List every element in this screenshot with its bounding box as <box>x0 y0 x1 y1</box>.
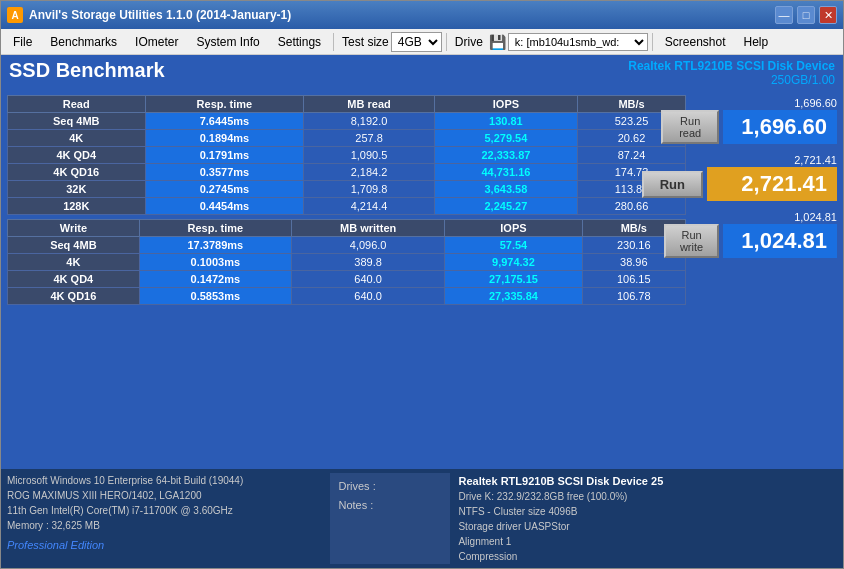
bench-table-container: Read Resp. time MB read IOPS MB/s Seq 4M… <box>7 95 686 465</box>
row-label: Seq 4MB <box>8 237 140 254</box>
minimize-button[interactable]: — <box>775 6 793 24</box>
read-score-small: 1,696.60 <box>794 97 837 109</box>
iops-val: 27,335.84 <box>445 288 582 305</box>
mb-val: 640.0 <box>291 271 444 288</box>
iops-val: 9,974.32 <box>445 254 582 271</box>
table-row: Seq 4MB 7.6445ms 8,192.0 130.81 523.25 <box>8 113 686 130</box>
resp-val: 0.3577ms <box>145 164 304 181</box>
mb-val: 257.8 <box>304 130 434 147</box>
row-label: 4K QD16 <box>8 164 146 181</box>
resp-val: 0.1003ms <box>139 254 291 271</box>
app-icon: A <box>7 7 23 23</box>
menu-separator-2 <box>446 33 447 51</box>
menu-file[interactable]: File <box>5 33 40 51</box>
iops-val: 57.54 <box>445 237 582 254</box>
ssd-benchmark-title: SSD Benchmark <box>9 59 165 82</box>
title-controls: — □ ✕ <box>775 6 837 24</box>
row-label: 4K QD16 <box>8 288 140 305</box>
title-bar: A Anvil's Storage Utilities 1.1.0 (2014-… <box>1 1 843 29</box>
alignment-info: Alignment 1 <box>458 534 837 549</box>
memory-info: Memory : 32,625 MB <box>7 518 322 533</box>
window-title: Anvil's Storage Utilities 1.1.0 (2014-Ja… <box>29 8 291 22</box>
compression-info: Compression <box>458 549 837 564</box>
maximize-button[interactable]: □ <box>797 6 815 24</box>
table-row: 4K QD16 0.5853ms 640.0 27,335.84 106.78 <box>8 288 686 305</box>
table-row: 32K 0.2745ms 1,709.8 3,643.58 113.86 <box>8 181 686 198</box>
row-label: 4K QD4 <box>8 147 146 164</box>
bottom-right-info: Realtek RTL9210B SCSI Disk Device 25 Dri… <box>458 473 837 565</box>
mb-val: 2,184.2 <box>304 164 434 181</box>
menu-benchmarks[interactable]: Benchmarks <box>42 33 125 51</box>
menu-sysinfo[interactable]: System Info <box>188 33 267 51</box>
write-score-small: 1,024.81 <box>794 211 837 223</box>
mb-val: 389.8 <box>291 254 444 271</box>
board-info: ROG MAXIMUS XIII HERO/1402, LGA1200 <box>7 488 322 503</box>
mb-read-col-header: MB read <box>304 96 434 113</box>
drive-select[interactable]: k: [mb104u1smb_wd: <box>508 33 648 51</box>
run-write-button[interactable]: Run write <box>664 224 720 258</box>
write-table: Write Resp. time MB written IOPS MB/s Se… <box>7 219 686 305</box>
iops-read-col-header: IOPS <box>434 96 577 113</box>
resp-val: 17.3789ms <box>139 237 291 254</box>
resp-val: 0.5853ms <box>139 288 291 305</box>
device-name: Realtek RTL9210B SCSI Disk Device <box>628 59 835 73</box>
main-content: SSD Benchmark Realtek RTL9210B SCSI Disk… <box>1 55 843 568</box>
mbs-val: 87.24 <box>578 147 686 164</box>
resp-val: 7.6445ms <box>145 113 304 130</box>
bottom-bar: Microsoft Windows 10 Enterprise 64-bit B… <box>1 469 843 569</box>
iops-val: 27,175.15 <box>445 271 582 288</box>
table-row: 4K 0.1003ms 389.8 9,974.32 38.96 <box>8 254 686 271</box>
menu-bar: File Benchmarks IOmeter System Info Sett… <box>1 29 843 55</box>
bottom-left-info: Microsoft Windows 10 Enterprise 64-bit B… <box>7 473 322 565</box>
run-read-button[interactable]: Run read <box>661 110 719 144</box>
menu-help[interactable]: Help <box>736 33 777 51</box>
iops-val: 130.81 <box>434 113 577 130</box>
table-row: 4K QD4 0.1472ms 640.0 27,175.15 106.15 <box>8 271 686 288</box>
pro-edition-label: Professional Edition <box>7 537 322 554</box>
iops-val: 22,333.87 <box>434 147 577 164</box>
mbs-val: 106.78 <box>582 288 685 305</box>
menu-separator-1 <box>333 33 334 51</box>
mb-val: 8,192.0 <box>304 113 434 130</box>
os-info: Microsoft Windows 10 Enterprise 64-bit B… <box>7 473 322 488</box>
row-label: 32K <box>8 181 146 198</box>
right-panel: 1,696.60 Run read 1,696.60 2,721.41 Run … <box>692 95 837 465</box>
menu-screenshot[interactable]: Screenshot <box>657 33 734 51</box>
write-score-box: 1,024.81 Run write 1,024.81 <box>692 211 837 258</box>
write-col-header: Write <box>8 220 140 237</box>
row-label: 4K <box>8 254 140 271</box>
menu-settings[interactable]: Settings <box>270 33 329 51</box>
close-button[interactable]: ✕ <box>819 6 837 24</box>
storage-driver-info: Storage driver UASPStor <box>458 519 837 534</box>
write-score-display: 1,024.81 <box>723 224 837 258</box>
table-row: 128K 0.4454ms 4,214.4 2,245.27 280.66 <box>8 198 686 215</box>
bottom-device-title: Realtek RTL9210B SCSI Disk Device 25 <box>458 473 837 490</box>
ntfs-info: NTFS - Cluster size 4096B <box>458 504 837 519</box>
resp-val: 0.1472ms <box>139 271 291 288</box>
bottom-middle-info: Drives : Notes : <box>330 473 450 565</box>
resp-val: 0.1791ms <box>145 147 304 164</box>
total-score-small: 2,721.41 <box>794 154 837 166</box>
iops-val: 44,731.16 <box>434 164 577 181</box>
drives-label: Drives : <box>338 477 442 497</box>
table-row: 4K QD4 0.1791ms 1,090.5 22,333.87 87.24 <box>8 147 686 164</box>
table-row: Seq 4MB 17.3789ms 4,096.0 57.54 230.16 <box>8 237 686 254</box>
mb-written-col-header: MB written <box>291 220 444 237</box>
test-size-select[interactable]: 4GB <box>391 32 442 52</box>
mb-val: 1,090.5 <box>304 147 434 164</box>
resp-val: 0.1894ms <box>145 130 304 147</box>
bench-area: Read Resp. time MB read IOPS MB/s Seq 4M… <box>1 91 843 469</box>
menu-iometer[interactable]: IOmeter <box>127 33 186 51</box>
mbs-val: 106.15 <box>582 271 685 288</box>
read-score-box: 1,696.60 Run read 1,696.60 <box>692 97 837 144</box>
table-row: 4K QD16 0.3577ms 2,184.2 44,731.16 174.7… <box>8 164 686 181</box>
iops-val: 2,245.27 <box>434 198 577 215</box>
drive-label: Drive <box>455 35 483 49</box>
total-score-display: 2,721.41 <box>707 167 837 201</box>
total-score-box: 2,721.41 Run 2,721.41 <box>692 154 837 201</box>
run-button[interactable]: Run <box>642 171 703 198</box>
resp-val: 0.4454ms <box>145 198 304 215</box>
ssd-header: SSD Benchmark Realtek RTL9210B SCSI Disk… <box>1 55 843 91</box>
device-info: Realtek RTL9210B SCSI Disk Device 250GB/… <box>628 59 835 87</box>
test-size-label: Test size <box>342 35 389 49</box>
